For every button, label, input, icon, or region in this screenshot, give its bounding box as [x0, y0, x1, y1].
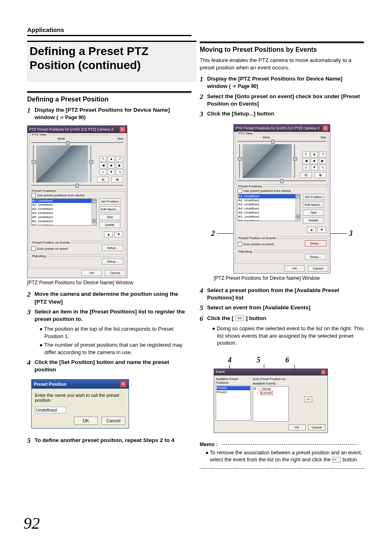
- preset-on-events-group: Preset Position on Events Goto preset on…: [235, 238, 328, 250]
- ptz-window-2: PTZ Preset Positions for [AXIS 212 PTZ] …: [233, 124, 330, 274]
- divider: [27, 91, 191, 93]
- page-title: Defining a Preset PTZ Position (continue…: [30, 44, 194, 72]
- ptz-view-group: PTZ View WideTele ↖▲↗◀■▶↙▼↘ ⊖⊕: [235, 134, 328, 185]
- available-events-tree[interactable]: ⊟ 🕑 Global ⚡ Event01: [253, 386, 289, 421]
- zoom-slider[interactable]: [238, 139, 326, 143]
- rstep-1: 1 Display the [PTZ Preset Positions for …: [200, 75, 364, 90]
- link-icon: ☞: [60, 115, 64, 120]
- page: Applications Defining a Preset PTZ Posit…: [0, 0, 392, 555]
- cancel-button[interactable]: Cancel: [101, 417, 125, 425]
- preset-list[interactable]: A1: Undefined A2: Undefined A3: Undefine…: [31, 198, 97, 226]
- preset-on-events-group: Preset Position on Events Goto preset on…: [29, 243, 125, 255]
- preset-name-input[interactable]: [35, 407, 66, 413]
- event-window: Event × Available Preset Positions: Pres…: [214, 368, 328, 433]
- patrol-setup-button[interactable]: Setup...: [102, 258, 123, 265]
- link-icon: ☞: [233, 84, 237, 89]
- step-5: 5 To define another preset position, rep…: [27, 437, 191, 445]
- close-icon[interactable]: ×: [321, 370, 326, 375]
- move-left-icon: <<: [332, 457, 341, 463]
- callout-5: 5: [257, 356, 261, 364]
- page-title-box: Defining a Preset PTZ Position (continue…: [27, 41, 196, 82]
- intro-text: This feature enables the PTZ camera to m…: [200, 57, 364, 71]
- rstep-3: 3 Click the [Setup...] button: [200, 110, 364, 118]
- left-column: Defining a Preset Position 1 Display the…: [27, 90, 191, 447]
- edit-name-button[interactable]: Edit Name...: [99, 206, 120, 212]
- heading-defining: Defining a Preset Position: [27, 96, 191, 103]
- set-position-button[interactable]: Set Position: [99, 198, 120, 205]
- close-icon[interactable]: ×: [120, 381, 127, 387]
- cancel-button[interactable]: Cancel: [105, 270, 125, 276]
- dialog-titlebar[interactable]: Preset Position ×: [32, 380, 129, 389]
- rstep-4: 4 Select a preset position from the [Ava…: [200, 287, 364, 302]
- step-4: 4 Click the [Set Position] button and na…: [27, 359, 191, 373]
- assign-event-button[interactable]: >>: [304, 396, 312, 402]
- memo-block: Memo : ● To remove the association betwe…: [200, 440, 364, 471]
- tilt-slider-left[interactable]: [31, 145, 35, 182]
- ok-button[interactable]: OK: [74, 417, 98, 425]
- rstep-6: 6 Click the [ >> ] button: [200, 315, 364, 323]
- pan-slider[interactable]: [31, 183, 123, 187]
- preset-positions-group: Preset Positions Use preset positions fr…: [235, 187, 328, 237]
- step-3: 3 Select an item in the [Preset Position…: [27, 308, 191, 323]
- fig-caption: [PTZ Preset Positions for Device Name] W…: [27, 280, 191, 286]
- ptz-joystick[interactable]: ↖▲↗◀■▶↙▼↘: [302, 152, 326, 170]
- move-up-button[interactable]: ▲: [104, 231, 113, 237]
- ptz-window: PTZ Preset Positions for [AXIS 212 PTZ] …: [27, 125, 127, 278]
- move-right-icon: >>: [235, 315, 244, 321]
- ok-button[interactable]: OK: [288, 424, 306, 431]
- zoom-slider[interactable]: [31, 140, 123, 145]
- close-icon[interactable]: ×: [323, 125, 328, 131]
- goto-preset-checkbox[interactable]: [31, 246, 36, 251]
- callout-4: 4: [228, 356, 232, 364]
- camera-view: [36, 145, 88, 182]
- fig3-wrap: 4 5 6 Event × Available Preset Positions…: [214, 356, 364, 433]
- events-setup-button[interactable]: Setup...: [102, 245, 123, 251]
- step-1: 1 Display the [PTZ Preset Positions for …: [27, 106, 191, 121]
- event-window-titlebar[interactable]: Event ×: [214, 369, 327, 375]
- callout-3: 3: [349, 229, 353, 238]
- rstep-2: 2 Select the [Goto preset on event] chec…: [200, 93, 364, 108]
- page-number: 92: [23, 514, 40, 533]
- ptz-view-group: PTZ View WideTele ↖▲↗ ◀■▶ ↙▼↘: [29, 135, 125, 189]
- cancel-button[interactable]: Cancel: [308, 424, 325, 431]
- callout-2: 2: [211, 229, 215, 238]
- use-device-positions-checkbox[interactable]: [31, 193, 36, 198]
- divider: [200, 41, 364, 44]
- preset-positions-group: Preset Positions Use preset positions fr…: [29, 191, 125, 241]
- right-column: Moving to Preset Positions by Events Thi…: [200, 41, 364, 470]
- patrolling-group: Patrolling Setup...: [29, 256, 125, 268]
- available-preset-list[interactable]: Preset1 Preset2: [216, 385, 251, 421]
- events-setup-button-highlighted[interactable]: Setup...: [305, 240, 326, 246]
- patrolling-group: Patrolling Setup...: [235, 252, 328, 264]
- ok-button[interactable]: OK: [81, 270, 102, 276]
- close-icon[interactable]: ×: [120, 127, 125, 132]
- ptz-window-titlebar[interactable]: PTZ Preset Positions for [AXIS 212 PTZ] …: [28, 126, 127, 133]
- move-down-button[interactable]: ▼: [114, 231, 123, 237]
- camera-view: [242, 144, 292, 178]
- bullet: ● The number of preset positions that ca…: [39, 341, 191, 356]
- ptz-window-titlebar[interactable]: PTZ Preset Positions for [AXIS 212 PTZ] …: [234, 124, 330, 132]
- bullet: ● The position at the top of the list co…: [39, 325, 191, 340]
- callout-6: 6: [286, 356, 289, 364]
- step-2: 2 Move the camera and determine the posi…: [27, 290, 191, 305]
- preset-list[interactable]: A1: Undefined A2: Undefined A3: Undefine…: [238, 194, 300, 221]
- section-label: Applications: [27, 26, 64, 33]
- fig2-wrap: PTZ Preset Positions for [AXIS 212 PTZ] …: [214, 124, 350, 274]
- test-button[interactable]: Test: [99, 214, 120, 220]
- tilt-slider-right[interactable]: [89, 145, 93, 182]
- delete-button[interactable]: Delete: [99, 222, 120, 228]
- preset-position-dialog: Preset Position × Enter the name you wis…: [31, 379, 129, 428]
- heading-moving: Moving to Preset Positions by Events: [200, 46, 364, 53]
- bullet: ● Doing so copies the selected event to …: [212, 325, 364, 347]
- fig-caption: [PTZ Preset Positions for Device Name] W…: [214, 275, 364, 281]
- section-rule: [27, 35, 191, 38]
- ptz-joystick[interactable]: ↖▲↗ ◀■▶ ↙▼↘: [99, 156, 123, 175]
- zoom-out-button[interactable]: ⊖: [97, 177, 109, 182]
- rstep-5: 5 Select an event from [Available Events…: [200, 304, 364, 312]
- zoom-in-button[interactable]: ⊕: [111, 177, 123, 182]
